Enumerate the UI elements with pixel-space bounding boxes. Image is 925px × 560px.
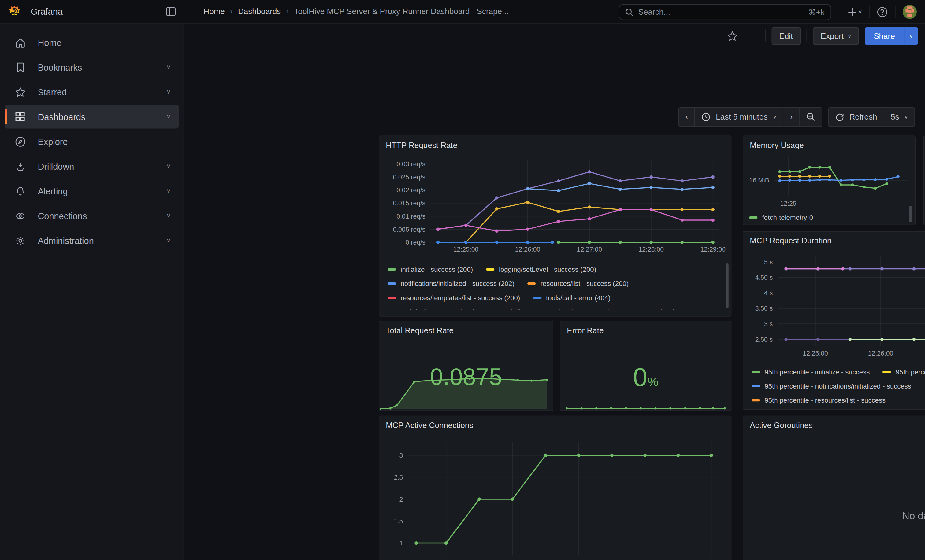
legend-item[interactable]: 95th percentile - resources/list - succe… xyxy=(752,397,886,404)
legend-swatch xyxy=(883,371,891,373)
chevron-down-icon[interactable]: ˅ xyxy=(167,237,170,244)
divider xyxy=(869,5,870,18)
chevron-down-icon[interactable]: ˅ xyxy=(167,188,170,194)
grafana-app: Grafana Home›Dashboards›ToolHive MCP Ser… xyxy=(0,0,925,560)
panel-title: Error Rate xyxy=(560,321,731,335)
sidebar-item-administration[interactable]: Administration˅ xyxy=(5,229,179,252)
legend-item[interactable]: 95th percentile - initialize - success xyxy=(752,368,870,375)
mcp-active-connections-chart[interactable]: 11.522.5312:25:0012:26:0012:27:0012:28:0… xyxy=(383,434,728,560)
topbar-actions: ˅ xyxy=(848,0,917,24)
help-icon[interactable] xyxy=(877,6,888,17)
sidebar-item-home[interactable]: Home xyxy=(5,30,179,54)
panel-memory-usage[interactable]: Memory Usage 16 MiB12:25 fetch-telemetry… xyxy=(743,136,916,225)
breadcrumb-item[interactable]: Home xyxy=(203,7,224,16)
grafana-logo-icon[interactable] xyxy=(8,5,21,18)
export-button[interactable]: Export ˅ xyxy=(813,27,859,45)
chevron-down-icon: ˅ xyxy=(773,114,776,120)
divider xyxy=(765,29,765,42)
sidebar-item-label: Connections xyxy=(38,211,87,221)
legend-item[interactable]: tools/call - success (200) xyxy=(387,308,475,310)
panel-active-goroutines[interactable]: Active Goroutines No data xyxy=(743,416,925,560)
legend-item[interactable]: tools/call - error (404) xyxy=(533,294,610,301)
panel-title: Active Goroutines xyxy=(743,416,925,430)
share-caret-button[interactable]: ˅ xyxy=(904,27,918,45)
panel-title: MCP Request Duration xyxy=(743,232,925,245)
chevron-down-icon[interactable]: ˅ xyxy=(167,212,170,219)
svg-text:12:27:00: 12:27:00 xyxy=(577,246,602,253)
svg-text:2: 2 xyxy=(399,496,403,503)
svg-text:0.025 req/s: 0.025 req/s xyxy=(393,174,425,181)
legend-item[interactable]: resources/templates/list - success (200) xyxy=(387,294,520,301)
refresh-button[interactable]: Refresh xyxy=(828,107,884,127)
legend-label: tools/call - success (200) xyxy=(401,308,475,310)
share-button[interactable]: Share xyxy=(865,27,904,45)
sidebar: HomeBookmarks˅Starred˅Dashboards˅Explore… xyxy=(0,24,184,560)
chevron-down-icon[interactable]: ˅ xyxy=(167,64,170,71)
panel-mcp-active-connections[interactable]: MCP Active Connections 11.522.5312:25:00… xyxy=(379,416,731,560)
search-input[interactable] xyxy=(639,8,804,17)
sidebar-item-starred[interactable]: Starred˅ xyxy=(5,80,179,104)
sidebar-item-alerting[interactable]: Alerting˅ xyxy=(5,179,179,203)
legend-item[interactable]: 95th percentile - notifications/initiali… xyxy=(752,383,911,390)
svg-text:0.03 req/s: 0.03 req/s xyxy=(396,161,425,168)
favorite-star-icon[interactable] xyxy=(727,30,738,42)
sidebar-item-explore[interactable]: Explore xyxy=(5,130,179,153)
legend-item[interactable]: unknown - success (200) xyxy=(587,308,675,310)
edit-button[interactable]: Edit xyxy=(771,27,800,45)
refresh-interval-picker[interactable]: 5s ˅ xyxy=(884,107,915,127)
zoom-out-button[interactable] xyxy=(800,107,822,127)
panel-cpu-usage[interactable]: CPU Usage 0%0.2%12:25 fetch-telemetry-0 xyxy=(923,136,925,225)
svg-text:12:25:00: 12:25:00 xyxy=(434,559,459,560)
time-forward-button[interactable]: › xyxy=(783,107,800,127)
legend-swatch xyxy=(387,268,396,270)
user-avatar[interactable] xyxy=(903,5,917,19)
svg-text:12:29:00: 12:29:00 xyxy=(699,559,724,560)
time-range-picker[interactable]: Last 5 minutes ˅ xyxy=(695,107,784,127)
refresh-label: Refresh xyxy=(849,113,877,122)
legend-label: fetch-telemetry-0 xyxy=(762,214,813,221)
legend-item[interactable]: tools/list - success (200) xyxy=(488,308,574,310)
legend-label: notifications/initialized - success (202… xyxy=(401,280,514,287)
legend-item[interactable]: notifications/initialized - success (202… xyxy=(387,280,515,287)
sidebar-item-drilldown[interactable]: Drilldown˅ xyxy=(5,155,179,178)
panel-http-request-rate[interactable]: HTTP Request Rate 0 req/s0.005 req/s0.01… xyxy=(379,136,731,317)
sidebar-toggle-icon[interactable] xyxy=(166,7,176,16)
sidebar-item-label: Explore xyxy=(38,136,68,146)
sidebar-item-bookmarks[interactable]: Bookmarks˅ xyxy=(5,56,179,79)
memory-usage-chart[interactable]: 16 MiB12:25 xyxy=(746,152,913,207)
http-request-rate-chart[interactable]: 0 req/s0.005 req/s0.01 req/s0.015 req/s0… xyxy=(383,154,728,257)
breadcrumb-separator-icon: › xyxy=(286,7,289,16)
legend-row: 95th percentile - initialize - success95… xyxy=(752,365,925,379)
chevron-down-icon[interactable]: ˅ xyxy=(167,113,170,120)
legend-scrollbar[interactable] xyxy=(909,206,912,222)
legend-swatch xyxy=(752,385,760,387)
legend-item[interactable]: resources/list - success (200) xyxy=(527,280,628,287)
legend-item[interactable]: 95th percentile - logging/setLevel - suc… xyxy=(883,368,925,375)
legend-row: fetch-telemetry-0 xyxy=(749,210,905,224)
legend-item[interactable]: fetch-telemetry-0 xyxy=(749,214,813,221)
panel-mcp-request-duration[interactable]: MCP Request Duration 2.50 s3 s3.50 s4 s4… xyxy=(743,231,925,410)
legend-item[interactable]: initialize - success (200) xyxy=(387,266,473,273)
time-range-label: Last 5 minutes xyxy=(716,113,767,122)
sidebar-item-dashboards[interactable]: Dashboards˅ xyxy=(5,105,179,128)
legend-item[interactable]: logging/setLevel - success (200) xyxy=(486,266,596,273)
sidebar-item-connections[interactable]: Connections˅ xyxy=(5,204,179,227)
legend-scrollbar[interactable] xyxy=(726,263,729,308)
svg-text:12:25: 12:25 xyxy=(780,200,796,207)
svg-text:0.01 req/s: 0.01 req/s xyxy=(396,213,425,220)
breadcrumb-item[interactable]: Dashboards xyxy=(238,7,281,16)
legend-swatch xyxy=(749,216,757,219)
panel-error-rate[interactable]: Error Rate 0% xyxy=(560,321,731,411)
add-caret-icon: ˅ xyxy=(858,9,862,15)
svg-text:0.015 req/s: 0.015 req/s xyxy=(393,200,425,207)
add-button[interactable]: ˅ xyxy=(848,8,862,16)
top-bar: Grafana Home›Dashboards›ToolHive MCP Ser… xyxy=(0,0,925,24)
mcp-request-duration-chart[interactable]: 2.50 s3 s3.50 s4 s4.50 s5 s12:25:0012:26… xyxy=(747,249,925,361)
breadcrumb-item: ToolHive MCP Server & Proxy Runner Dashb… xyxy=(294,7,508,16)
search-box[interactable]: ⌘+k xyxy=(619,4,831,20)
panel-total-request-rate[interactable]: Total Request Rate 0.0875 xyxy=(379,321,553,411)
chevron-down-icon[interactable]: ˅ xyxy=(167,163,170,170)
time-back-button[interactable]: ‹ xyxy=(678,107,695,127)
dashboards-icon xyxy=(14,111,26,122)
chevron-down-icon[interactable]: ˅ xyxy=(167,89,170,95)
